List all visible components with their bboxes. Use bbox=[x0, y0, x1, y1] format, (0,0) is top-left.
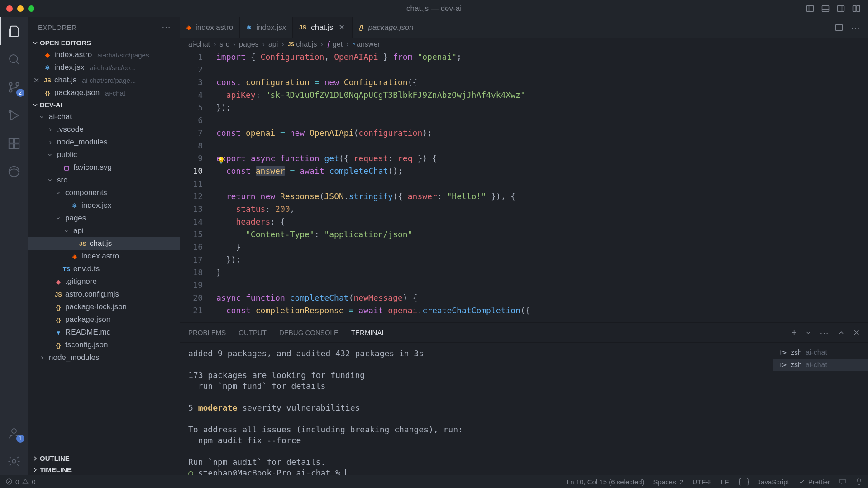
scm-activity[interactable]: 2 bbox=[0, 73, 28, 101]
tab-label: index.jsx bbox=[256, 23, 286, 32]
new-terminal-button[interactable]: + bbox=[791, 327, 797, 339]
status-eol[interactable]: LF bbox=[721, 478, 729, 486]
open-editor-item[interactable]: ◈ index.astro ai-chat/src/pages bbox=[28, 48, 180, 61]
folder-name: pages bbox=[65, 214, 86, 223]
file-icon: {} bbox=[43, 90, 52, 96]
folder-item[interactable]: pages bbox=[28, 212, 180, 225]
editor-tab[interactable]: ⚛ index.jsx bbox=[240, 17, 293, 38]
open-editor-item[interactable]: ✕ JS chat.js ai-chat/src/page... bbox=[28, 74, 180, 86]
terminal-cwd: ai-chat bbox=[806, 361, 827, 369]
file-name: index.astro bbox=[54, 50, 92, 59]
breadcrumb-segment[interactable]: JS chat.js bbox=[288, 40, 317, 48]
breadcrumb-segment[interactable]: ▫ answer bbox=[352, 40, 380, 48]
open-editors-header[interactable]: OPEN EDITORS bbox=[28, 37, 180, 48]
status-spaces[interactable]: Spaces: 2 bbox=[653, 478, 684, 486]
breadcrumb-segment[interactable]: ai-chat bbox=[188, 40, 210, 48]
file-item[interactable]: ◆ .gitignore bbox=[28, 275, 180, 288]
panel-tab[interactable]: DEBUG CONSOLE bbox=[279, 324, 339, 341]
settings-activity[interactable] bbox=[0, 447, 28, 475]
open-editor-item[interactable]: ⚛ index.jsx ai-chat/src/co... bbox=[28, 61, 180, 74]
panel-tab[interactable]: TERMINAL bbox=[351, 324, 386, 341]
folder-item[interactable]: node_modules bbox=[28, 136, 180, 148]
file-item[interactable]: ▾ README.md bbox=[28, 326, 180, 339]
breadcrumb-segment[interactable]: ƒ get bbox=[327, 40, 343, 48]
file-tree: ai-chat .vscode node_modules public ▢ fa… bbox=[28, 110, 180, 453]
sidebar-more-button[interactable]: ⋯ bbox=[162, 22, 172, 33]
close-panel-button[interactable]: ✕ bbox=[853, 328, 860, 338]
maximize-panel-icon[interactable] bbox=[838, 329, 845, 336]
layout-icon[interactable] bbox=[852, 4, 861, 13]
file-item[interactable]: {} package-lock.json bbox=[28, 301, 180, 313]
account-activity[interactable]: 1 bbox=[0, 419, 28, 447]
terminal-instance[interactable]: ⧐ zsh ai-chat bbox=[773, 346, 868, 359]
minimize-window-button[interactable] bbox=[17, 5, 24, 12]
file-item[interactable]: {} tsconfig.json bbox=[28, 339, 180, 351]
editor-tab[interactable]: JS chat.js ✕ bbox=[293, 17, 353, 38]
explorer-activity[interactable] bbox=[0, 17, 28, 45]
status-language[interactable]: { } JavaScript bbox=[738, 478, 789, 486]
panel-right-icon[interactable] bbox=[836, 4, 845, 13]
close-tab-button[interactable]: ✕ bbox=[338, 23, 346, 32]
file-item[interactable]: ⚛ index.jsx bbox=[28, 199, 180, 212]
file-item[interactable]: ▢ favicon.svg bbox=[28, 161, 180, 174]
folder-item[interactable]: .vscode bbox=[28, 123, 180, 136]
debug-activity[interactable] bbox=[0, 101, 28, 129]
feedback-icon[interactable] bbox=[839, 478, 846, 485]
file-name: index.jsx bbox=[81, 201, 111, 210]
titlebar: chat.js — dev-ai bbox=[0, 0, 868, 17]
bell-icon[interactable] bbox=[855, 478, 863, 485]
code-area[interactable]: import { Configuration, OpenAIApi } from… bbox=[216, 51, 868, 322]
panel-bottom-icon[interactable] bbox=[821, 4, 830, 13]
folder-item[interactable]: public bbox=[28, 148, 180, 161]
file-item[interactable]: TS env.d.ts bbox=[28, 263, 180, 275]
terminal-instance[interactable]: ⧐ zsh ai-chat bbox=[773, 359, 868, 371]
svg-rect-0 bbox=[807, 5, 814, 11]
close-editor-button[interactable]: ✕ bbox=[32, 76, 41, 85]
file-name: package-lock.json bbox=[65, 302, 127, 311]
file-icon: {} bbox=[54, 304, 62, 311]
folder-item[interactable]: components bbox=[28, 187, 180, 199]
svg-rect-17 bbox=[9, 144, 13, 148]
status-prettier[interactable]: Prettier bbox=[798, 478, 830, 486]
close-window-button[interactable] bbox=[6, 5, 13, 12]
file-name: index.astro bbox=[81, 252, 119, 261]
folder-item[interactable]: ai-chat bbox=[28, 110, 180, 123]
panel-toggle-icon[interactable] bbox=[806, 4, 815, 13]
extensions-activity[interactable] bbox=[0, 129, 28, 158]
status-errors[interactable]: 0 0 bbox=[5, 478, 36, 486]
file-item[interactable]: JS chat.js bbox=[28, 237, 180, 250]
svg-rect-2 bbox=[822, 5, 829, 11]
timeline-header[interactable]: TIMELINE bbox=[28, 464, 180, 475]
breadcrumb-segment[interactable]: src bbox=[219, 40, 229, 48]
workspace-header[interactable]: DEV-AI bbox=[28, 99, 180, 110]
tab-more-button[interactable]: ⋯ bbox=[851, 22, 861, 33]
folder-item[interactable]: src bbox=[28, 174, 180, 187]
folder-name: node_modules bbox=[57, 138, 108, 147]
breadcrumb[interactable]: ai-chat›src›pages›api›JS chat.js›ƒ get›▫… bbox=[180, 38, 868, 51]
status-cursor[interactable]: Ln 10, Col 15 (6 selected) bbox=[567, 478, 644, 486]
editor-tab[interactable]: {} package.json bbox=[353, 17, 420, 38]
folder-name: .vscode bbox=[57, 125, 84, 134]
panel-more-button[interactable]: ⋯ bbox=[820, 327, 830, 338]
search-activity[interactable] bbox=[0, 45, 28, 73]
breadcrumb-segment[interactable]: pages bbox=[239, 40, 259, 48]
maximize-window-button[interactable] bbox=[28, 5, 34, 12]
folder-item[interactable]: node_modules bbox=[28, 351, 180, 364]
editor[interactable]: 123456789101112131415161718192021 import… bbox=[180, 51, 868, 322]
split-editor-icon[interactable] bbox=[835, 23, 844, 32]
status-encoding[interactable]: UTF-8 bbox=[692, 478, 712, 486]
file-item[interactable]: JS astro.config.mjs bbox=[28, 288, 180, 301]
terminal-output[interactable]: added 9 packages, and audited 432 packag… bbox=[180, 343, 773, 475]
editor-tab[interactable]: ◈ index.astro bbox=[180, 17, 240, 38]
edge-activity[interactable] bbox=[0, 158, 28, 186]
panel-tabs: PROBLEMSOUTPUTDEBUG CONSOLETERMINAL + ⋯ … bbox=[180, 323, 868, 343]
terminal-dropdown-icon[interactable] bbox=[805, 330, 811, 336]
outline-header[interactable]: OUTLINE bbox=[28, 453, 180, 464]
file-item[interactable]: ◈ index.astro bbox=[28, 250, 180, 263]
folder-item[interactable]: api bbox=[28, 225, 180, 237]
open-editor-item[interactable]: {} package.json ai-chat bbox=[28, 86, 180, 99]
file-item[interactable]: {} package.json bbox=[28, 313, 180, 326]
panel-tab[interactable]: PROBLEMS bbox=[188, 324, 226, 341]
panel-tab[interactable]: OUTPUT bbox=[238, 324, 267, 341]
breadcrumb-segment[interactable]: api bbox=[268, 40, 278, 48]
